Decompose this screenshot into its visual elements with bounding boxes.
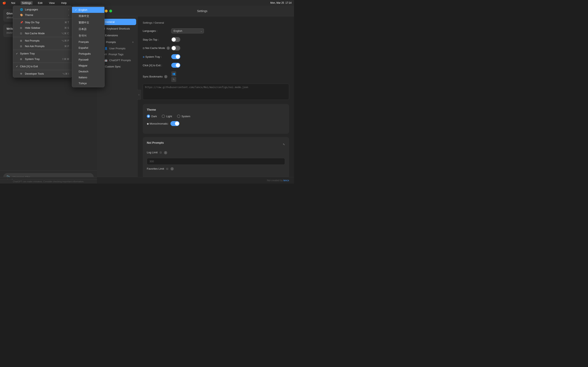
sync-info-icon[interactable]: i: [164, 75, 167, 78]
languages-select-wrapper: English: [171, 28, 204, 33]
noi-prompts-title: Noi Prompts: [147, 141, 164, 144]
menubar-edit[interactable]: Edit: [37, 1, 44, 5]
menubar-help[interactable]: Help: [60, 1, 68, 5]
lang-japanese[interactable]: 日本語: [72, 26, 104, 33]
nav-custom-sync-label: Custom Sync: [105, 65, 121, 68]
stay-top-label: Stay On Top: [25, 21, 39, 24]
settings-content: Settings / General Languages : English S: [138, 16, 294, 177]
lang-hungarian[interactable]: Magyar: [72, 63, 104, 68]
fav-limit-copy-icon[interactable]: ⊡: [165, 167, 169, 170]
theme-dark-option[interactable]: Dark: [147, 115, 157, 118]
lang-french[interactable]: Français: [72, 39, 104, 45]
theme-light-option[interactable]: Light: [162, 115, 172, 118]
system-radio-label: System: [182, 115, 190, 118]
sync-bookmarks-textarea[interactable]: [143, 83, 289, 100]
stay-top-shortcut: ⌘ T: [65, 21, 69, 24]
menu-item-hide-sidebar[interactable]: ⊟ Hide Sidebar ⌘ S: [13, 25, 72, 31]
minimize-button[interactable]: [105, 9, 108, 12]
breadcrumb-general: General: [155, 21, 164, 24]
cache-mode-row: ⊡ Noi Cache Mode i :: [143, 46, 289, 50]
menu-item-noi-prompts[interactable]: ⊞ Noi Prompts ⌥⌘ P: [13, 38, 72, 43]
log-limit-info-icon[interactable]: i: [164, 151, 167, 154]
languages-row: Languages : English: [143, 28, 289, 33]
sync-users-button[interactable]: 👥: [171, 71, 176, 76]
noi-prompts-shortcut: ⌥⌘ P: [61, 39, 69, 42]
fav-limit-info-icon[interactable]: i: [171, 167, 174, 170]
menu-divider-4: [13, 63, 72, 63]
languages-label: Languages :: [143, 29, 171, 33]
menubar-date-time: Mon, Mar 25 17:14: [270, 1, 292, 4]
menu-item-system-tray-checked[interactable]: ✓ System Tray: [13, 51, 72, 56]
system-tray-row: ⊕ System Tray :: [143, 54, 289, 59]
lang-simplified-chinese[interactable]: 简体中文: [72, 13, 104, 19]
monochromatic-toggle[interactable]: [171, 121, 180, 126]
stay-on-top-toggle[interactable]: [171, 37, 180, 42]
simp-chinese-label: 简体中文: [79, 14, 89, 18]
cache-mode-toggle[interactable]: [171, 46, 180, 50]
german-label: Deutsch: [79, 70, 88, 73]
breadcrumb: Settings / General: [143, 21, 289, 24]
system-tray-label: ⊕ System Tray :: [143, 55, 171, 58]
chevron-up-icon: ∧: [132, 41, 134, 43]
cache-shortcut: ⌥⌘ C: [61, 32, 69, 35]
menu-item-system-tray-item[interactable]: ⊞ System Tray ⇧⌘ M: [13, 56, 72, 62]
menubar-app-name[interactable]: Noi: [10, 1, 17, 5]
lang-traditional-chinese[interactable]: 繁體中文: [72, 19, 104, 26]
menu-item-theme[interactable]: 🎨 Theme ›: [13, 12, 72, 18]
turkish-label: Türkçe: [79, 82, 87, 85]
maximize-button[interactable]: [109, 9, 112, 12]
cache-mode-label: ⊡ Noi Cache Mode i :: [143, 47, 171, 50]
cache-mode-info-icon[interactable]: i: [167, 47, 170, 50]
menu-item-noi-ask[interactable]: ⊟ Noi Ask Prompts ⌘ P: [13, 43, 72, 49]
log-limit-row: Log Limit ⊡ i: [147, 151, 285, 154]
lencx-link[interactable]: lencx: [283, 179, 289, 182]
menu-divider-2: [13, 37, 72, 37]
sync-bookmarks-section: Sync Bookmarks i 👥 ✎: [143, 71, 289, 101]
system-tray-toggle[interactable]: [171, 54, 180, 59]
lang-russian[interactable]: Русский: [72, 57, 104, 63]
lang-english[interactable]: ✓ English: [72, 7, 104, 13]
theme-section: Theme Dark Light System: [143, 104, 289, 134]
click-exit-toggle[interactable]: [171, 63, 180, 68]
korean-label: 한국어: [79, 34, 86, 38]
collapse-sidebar-button[interactable]: ‹: [137, 90, 141, 100]
lang-korean[interactable]: 한국어: [72, 33, 104, 39]
log-limit-input[interactable]: [147, 158, 285, 165]
dev-tools-icon: ⚒: [20, 72, 24, 75]
chatgpt-icon: 🤖: [104, 59, 108, 62]
sync-edit-button[interactable]: ✎: [171, 77, 176, 82]
noi-ask-shortcut: ⌘ P: [64, 45, 69, 48]
menu-item-stay-on-top[interactable]: 📌 Stay On Top ⌘ T: [13, 20, 72, 25]
trad-chinese-label: 繁體中文: [79, 21, 89, 25]
nav-prompts-label: Prompts: [106, 41, 116, 44]
noi-prompts-edit-button[interactable]: ✎: [283, 143, 285, 146]
hide-sidebar-label: Hide Sidebar: [25, 26, 40, 29]
cache-mode-menu-label: Noi Cache Mode: [25, 32, 45, 35]
theme-system-option[interactable]: System: [177, 115, 190, 118]
menubar-settings[interactable]: Settings: [21, 1, 33, 5]
menubar-view[interactable]: View: [48, 1, 56, 5]
menu-item-click-exit[interactable]: ✓ Click [X] to Exit: [13, 64, 72, 69]
lang-italian[interactable]: Italiano: [72, 75, 104, 80]
menu-item-dev-tools[interactable]: ⚒ Developer Tools ⌥⌘ I: [13, 71, 72, 76]
lang-portuguese[interactable]: Português: [72, 51, 104, 57]
diamond-icon: ◆: [147, 122, 149, 125]
log-limit-label: Log Limit ⊡ i: [147, 151, 175, 154]
tag-icon: 🏷: [104, 53, 107, 56]
apple-menu-icon[interactable]: 🍎: [2, 1, 6, 4]
menu-divider-5: [13, 70, 72, 70]
noi-ask-icon: ⊟: [20, 45, 24, 48]
english-label: English: [79, 8, 87, 11]
sys-tray-checked-label: System Tray: [20, 52, 35, 55]
lang-spanish[interactable]: Español: [72, 45, 104, 51]
stay-on-top-label: Stay On Top :: [143, 38, 171, 41]
log-limit-copy-icon[interactable]: ⊡: [159, 151, 162, 154]
menu-item-cache-mode[interactable]: ⊡ Noi Cache Mode ⌥⌘ C: [13, 31, 72, 36]
noi-prompts-menu-label: Noi Prompts: [25, 39, 40, 42]
lang-turkish[interactable]: Türkçe: [72, 80, 104, 86]
theme-submenu-arrow: ›: [68, 14, 69, 16]
cache-menu-icon: ⊡: [20, 32, 24, 35]
lang-german[interactable]: Deutsch: [72, 68, 104, 75]
menu-item-languages[interactable]: 🌐 Languages › ✓ English 简体中文 繁體中文 日本語: [13, 7, 72, 12]
languages-select[interactable]: English: [171, 28, 204, 33]
